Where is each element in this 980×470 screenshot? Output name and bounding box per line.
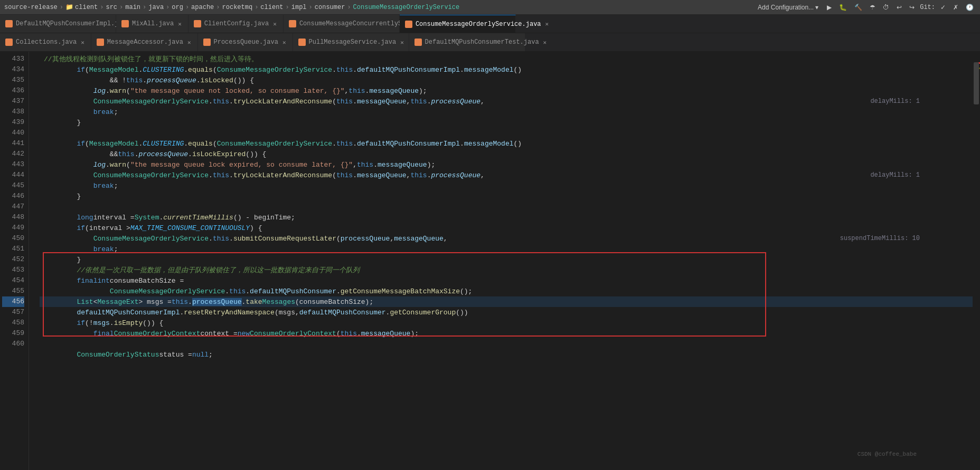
line-num-444: 444 (2, 170, 24, 180)
tab-icon (414, 39, 422, 46)
code-line-441: if ( MessageModel . CLUSTERING . equals … (40, 138, 973, 149)
redo-button[interactable]: ↪ (907, 3, 917, 12)
code-line-436: log . warn ( "the message queue not lock… (40, 85, 973, 96)
scrollbar-thumb[interactable] (974, 62, 979, 104)
code-editor[interactable]: //其他线程检测到队列被锁住了，就更新下锁的时间，然后进入等待。 if ( Me… (40, 52, 973, 470)
line-num-445: 445 (2, 180, 24, 191)
run-button[interactable]: ▶ (825, 3, 834, 12)
line-num-451: 451 (2, 244, 24, 254)
tab-processqueue[interactable]: ProcessQueue.java ✕ (198, 33, 293, 51)
breadcrumb: source-release › 📁 client › src › main ›… (4, 3, 459, 11)
breadcrumb-apache: apache (191, 4, 214, 11)
line-num-459: 459 (2, 328, 24, 339)
line-num-436: 436 (2, 85, 24, 96)
tab-close[interactable]: ✕ (281, 38, 287, 47)
line-num-441: 441 (2, 138, 24, 149)
tab-close[interactable]: ✕ (186, 38, 192, 47)
code-line-444: ConsumeMessageOrderlyService . this . tr… (40, 170, 973, 180)
undo-button[interactable]: ↩ (894, 3, 904, 12)
scrollbar[interactable] (973, 52, 980, 470)
git-clock-button[interactable]: 🕐 (964, 3, 976, 12)
line-num-447: 447 (2, 202, 24, 212)
code-line-437: ConsumeMessageOrderlyService . this . tr… (40, 96, 973, 107)
tab-close[interactable]: ✕ (272, 20, 278, 28)
add-configuration-button[interactable]: Add Configuration... ▾ (755, 3, 822, 12)
debug-button[interactable]: 🐛 (837, 3, 849, 12)
tab-icon (194, 20, 201, 27)
code-line-438: break ; (40, 107, 973, 117)
code-line-partial: ConsumeOrderlyStatus status = null ; (40, 349, 973, 360)
line-num-453: 453 (2, 265, 24, 275)
line-num-446: 446 (2, 191, 24, 202)
gutter (29, 52, 40, 470)
tab-mixall[interactable]: MixAll.java ✕ (116, 15, 189, 33)
tab-label: PullMessageService.java (309, 39, 397, 46)
line-num-449: 449 (2, 223, 24, 233)
git-check-button[interactable]: ✓ (938, 3, 948, 12)
tab-clientconfig[interactable]: ClientConfig.java ✕ (189, 15, 284, 33)
breadcrumb-folder-icon: 📁 (65, 3, 73, 11)
watermark: CSDN @coffee_babe (858, 451, 917, 457)
build-button[interactable]: 🔨 (852, 3, 864, 12)
code-line-447 (40, 202, 973, 212)
tab-pullmessage[interactable]: PullMessageService.java ✕ (293, 33, 409, 51)
code-line-459: final ConsumeOrderlyContext context = ne… (40, 328, 973, 339)
code-line-449: if (interval > MAX_TIME_CONSUME_CONTINUO… (40, 223, 973, 233)
line-num-457: 457 (2, 307, 24, 318)
tab-label: Collections.java (16, 39, 77, 46)
line-num-437: 437 (2, 96, 24, 107)
breadcrumb-client[interactable]: client (75, 4, 98, 11)
code-line-439: } (40, 117, 973, 128)
tab-icon (405, 21, 412, 28)
coverage-button[interactable]: ☂ (868, 3, 878, 12)
breadcrumb-consumer: consumer (315, 4, 345, 11)
tab-close[interactable]: ✕ (542, 38, 548, 47)
breadcrumb-org: org (172, 4, 183, 11)
tab-icon (203, 39, 211, 46)
code-line-442: && this . processQueue . isLockExpired (… (40, 149, 973, 159)
breadcrumb-java: java (148, 4, 164, 11)
code-line-458: if (! msgs . isEmpty ()) { (40, 318, 973, 328)
tab-icon (298, 39, 306, 46)
tab-consumeconcurrently[interactable]: ConsumeMessageConcurrentlyService.java ✕ (284, 15, 400, 33)
line-num-450: 450 (2, 233, 24, 244)
line-num-448: 448 (2, 212, 24, 223)
line-num-433: 433 (2, 54, 24, 64)
code-line-454: final int consumeBatchSize = (40, 275, 973, 286)
tab-close[interactable]: ✕ (399, 38, 405, 47)
tab-messageaccessor[interactable]: MessageAccessor.java ✕ (91, 33, 198, 51)
git-x-button[interactable]: ✗ (951, 3, 960, 12)
tab-label: ClientConfig.java (204, 20, 269, 27)
code-line-452: } (40, 254, 973, 265)
tab-close[interactable]: ✕ (177, 20, 183, 28)
line-num-452: 452 (2, 254, 24, 265)
breadcrumb-client2: client (260, 4, 283, 11)
profile-button[interactable]: ⏱ (881, 3, 891, 12)
code-line-457: defaultMQPushConsumerImpl . resetRetryAn… (40, 307, 973, 318)
line-numbers: 433 434 435 436 437 438 439 440 441 442 … (0, 52, 29, 470)
line-num-443: 443 (2, 159, 24, 170)
tab-icon (97, 39, 104, 46)
line-num-456: 456 (2, 296, 24, 307)
breadcrumb-impl: impl (291, 4, 307, 11)
tab-collections[interactable]: Collections.java ✕ (0, 33, 91, 51)
code-line-451: break ; (40, 244, 973, 254)
tab-close[interactable]: ✕ (544, 20, 550, 28)
breadcrumb-main: main (125, 4, 140, 11)
code-line-434: if ( MessageModel . CLUSTERING . equals … (40, 64, 973, 75)
tab-defaultmqpush[interactable]: DefaultMQPushConsumerImpl.java ✕ (0, 15, 116, 33)
dropdown-icon: ▾ (815, 4, 818, 11)
code-line-443: log . warn ( "the message queue lock exp… (40, 159, 973, 170)
tab-icon (121, 20, 129, 27)
tab-icon (5, 39, 13, 46)
tab-bar-row1: DefaultMQPushConsumerImpl.java ✕ MixAll.… (0, 15, 980, 33)
tab-label: MixAll.java (132, 20, 174, 27)
tab-close[interactable]: ✕ (80, 38, 86, 47)
line-num-454: 454 (2, 275, 24, 286)
code-line-433: //其他线程检测到队列被锁住了，就更新下锁的时间，然后进入等待。 (40, 54, 973, 64)
tab-consumeorderly[interactable]: ConsumeMessageOrderlyService.java ✕ (400, 15, 516, 33)
code-line-455: ConsumeMessageOrderlyService . this . de… (40, 286, 973, 296)
code-line-446: } (40, 191, 973, 202)
tab-defaultmqtest[interactable]: DefaultMQPushConsumerTest.java ✕ (409, 33, 525, 51)
tab-label: DefaultMQPushConsumerTest.java (425, 39, 539, 46)
